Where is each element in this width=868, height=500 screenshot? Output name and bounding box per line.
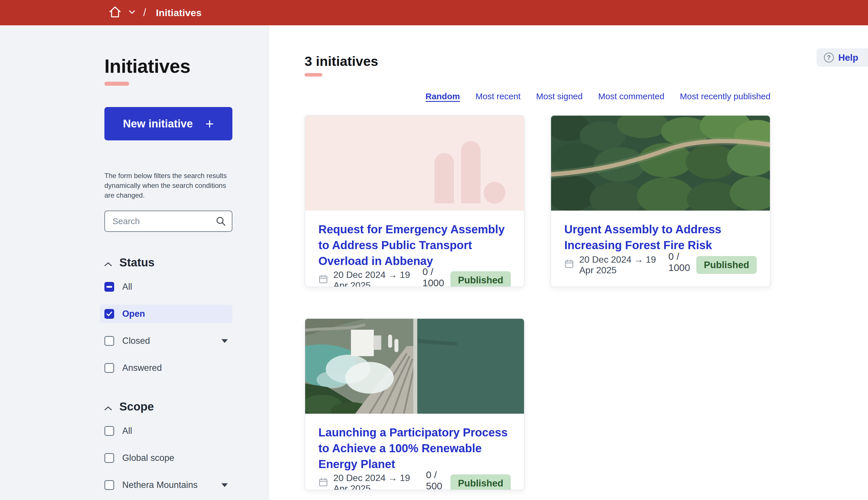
filter-option-status-open[interactable]: Open <box>100 305 232 323</box>
initiative-card[interactable]: Launching a Participatory Process to Ach… <box>304 318 524 490</box>
chevron-down-icon <box>129 10 135 15</box>
breadcrumb-separator: / <box>143 7 146 19</box>
page-title: Initiatives <box>104 55 240 77</box>
filter-option-status-closed[interactable]: Closed <box>100 332 232 350</box>
chevron-up-icon <box>104 400 112 413</box>
filter-option-status-answered[interactable]: Answered <box>100 359 232 377</box>
date-range-text: 20 Dec 2024 → 19 Apr 2025 <box>333 473 426 490</box>
filter-option-label: Global scope <box>122 453 174 463</box>
status-section-label: Status <box>119 256 154 269</box>
filter-option-label: All <box>122 426 132 436</box>
status-badge: Published <box>450 271 511 287</box>
sort-most-recently-published[interactable]: Most recently published <box>680 91 771 101</box>
chevron-up-icon <box>104 256 112 269</box>
initiative-date-range: 20 Dec 2024 → 19 Apr 2025 <box>319 473 426 490</box>
status-badge: Published <box>696 256 757 274</box>
initiative-card[interactable]: Request for Emergency Assembly to Addres… <box>304 115 524 287</box>
plus-icon: + <box>205 116 214 131</box>
initiatives-grid: Request for Emergency Assembly to Addres… <box>304 115 868 490</box>
checkbox-checked[interactable] <box>104 309 114 319</box>
scope-section-toggle[interactable]: Scope <box>104 400 240 413</box>
checkbox-unchecked[interactable] <box>104 336 114 346</box>
calendar-icon <box>319 477 328 489</box>
sort-most-signed[interactable]: Most signed <box>536 91 583 101</box>
expand-caret-icon[interactable] <box>221 483 228 487</box>
home-icon <box>109 6 121 20</box>
signature-count: 0 / 1000 <box>423 266 451 287</box>
new-initiative-label: New initiative <box>123 118 193 130</box>
home-link[interactable] <box>109 6 121 20</box>
breadcrumb-expander[interactable] <box>129 10 135 15</box>
checkbox-unchecked[interactable] <box>104 480 114 490</box>
initiative-title-link[interactable]: Request for Emergency Assembly to Addres… <box>319 221 511 269</box>
filter-option-global-scope[interactable]: Global scope <box>100 449 232 467</box>
signature-count: 0 / 500 <box>426 469 450 490</box>
card-image-chart-placeholder <box>305 116 524 211</box>
date-range-text: 20 Dec 2024 → 19 Apr 2025 <box>333 270 423 287</box>
card-image-forest-aerial <box>551 116 770 211</box>
initiative-card[interactable]: Urgent Assembly to Address Increasing Fo… <box>551 115 771 287</box>
checkbox-unchecked[interactable] <box>104 363 114 373</box>
initiatives-results-panel: ? Help 3 initiatives Random Most recent … <box>269 25 868 500</box>
checkbox-indeterminate[interactable] <box>104 282 114 292</box>
filter-option-label: Answered <box>122 363 162 373</box>
help-label: Help <box>838 52 858 63</box>
date-range-text: 20 Dec 2024 → 19 Apr 2025 <box>579 254 668 276</box>
calendar-icon <box>319 274 328 286</box>
top-navigation-bar: / Initiatives <box>0 0 868 25</box>
search-input[interactable] <box>104 211 232 232</box>
filters-sidebar: Initiatives New initiative + The form be… <box>0 25 269 500</box>
filter-option-label: Closed <box>122 336 150 346</box>
expand-caret-icon[interactable] <box>221 339 228 343</box>
filter-option-label: Open <box>122 309 145 319</box>
filter-option-scope-all[interactable]: All <box>100 422 232 440</box>
filter-description: The form below filters the search result… <box>104 171 248 200</box>
checkbox-unchecked[interactable] <box>104 453 114 463</box>
filter-option-status-all[interactable]: All <box>100 277 232 296</box>
search-icon <box>216 216 226 228</box>
status-section-toggle[interactable]: Status <box>104 256 240 269</box>
sort-most-recent[interactable]: Most recent <box>475 91 521 101</box>
title-accent-bar <box>104 82 129 86</box>
checkbox-unchecked[interactable] <box>104 426 114 436</box>
card-image-dam-aerial <box>305 319 524 414</box>
filter-option-label: Nethera Mountains <box>122 480 198 490</box>
initiative-date-range: 20 Dec 2024 → 19 Apr 2025 <box>319 270 423 287</box>
calendar-icon <box>564 259 574 271</box>
initiative-title-link[interactable]: Urgent Assembly to Address Increasing Fo… <box>564 221 757 253</box>
initiative-date-range: 20 Dec 2024 → 19 Apr 2025 <box>564 254 668 276</box>
new-initiative-button[interactable]: New initiative + <box>104 107 232 140</box>
signature-count: 0 / 1000 <box>668 251 697 273</box>
sort-random[interactable]: Random <box>425 91 460 101</box>
question-circle-icon: ? <box>824 53 834 62</box>
sort-most-commented[interactable]: Most commented <box>598 91 664 101</box>
filter-option-nethera-mountains[interactable]: Nethera Mountains <box>100 476 232 494</box>
results-count-title: 3 initiatives <box>304 53 868 69</box>
initiative-title-link[interactable]: Launching a Participatory Process to Ach… <box>319 425 511 472</box>
help-button[interactable]: ? Help <box>817 48 868 67</box>
status-badge: Published <box>450 474 511 490</box>
breadcrumb-current[interactable]: Initiatives <box>156 7 201 19</box>
sort-options: Random Most recent Most signed Most comm… <box>304 91 771 101</box>
title-accent-bar <box>304 73 322 77</box>
scope-section-label: Scope <box>119 400 154 413</box>
filter-option-label: All <box>122 282 132 292</box>
